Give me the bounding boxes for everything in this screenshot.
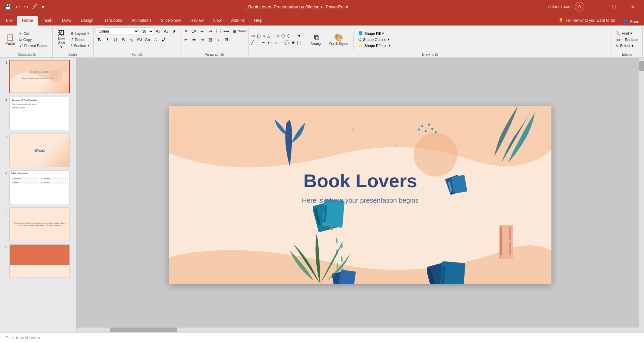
drawing-expand-icon[interactable]: ⊡ <box>435 53 438 56</box>
strikethrough-button[interactable]: S <box>120 36 127 43</box>
slide-thumb-3[interactable]: 3 Whoa! <box>1 133 75 168</box>
tab-design[interactable]: Design <box>76 16 98 26</box>
align-text-button[interactable]: ⊞ <box>231 28 238 35</box>
shape-connector[interactable]: ⟵ <box>267 40 274 46</box>
arrange-button[interactable]: ⧉ Arrange <box>308 30 325 50</box>
shape-pentagon[interactable]: ⬠ <box>281 33 285 39</box>
columns-button[interactable]: ⋮⋮ <box>215 28 222 35</box>
slide-thumb-5[interactable]: 5 "This is a quote. Words full of wisdom… <box>1 207 75 242</box>
shape-outline-button[interactable]: ⬡ Shape Outline ▾ <box>356 37 392 42</box>
tab-draw[interactable]: Draw <box>57 16 76 26</box>
shape-callout[interactable]: 💬 <box>284 40 290 46</box>
convert-smartart-button[interactable]: SmArt <box>239 28 246 35</box>
reset-button[interactable]: ↺ Reset <box>69 37 91 42</box>
shape-freeform[interactable]: 〜 <box>261 39 266 46</box>
shape-arc[interactable]: ⌒ <box>255 39 260 46</box>
redo-button[interactable]: ↪ <box>22 2 30 11</box>
clipboard-expand-icon[interactable]: ⊡ <box>33 53 36 56</box>
slide-thumb-2[interactable]: 2 Contents of This Template Here you can… <box>1 96 75 131</box>
tab-home[interactable]: Home <box>17 16 38 26</box>
h-scrollbar-thumb[interactable] <box>110 328 177 332</box>
shapes-more[interactable]: ▾ <box>298 33 301 39</box>
font-family-select[interactable]: Calibri <box>96 28 139 35</box>
bold-button[interactable]: B <box>96 36 103 43</box>
find-button[interactable]: 🔍 Find ▾ <box>613 31 640 36</box>
share-label[interactable]: Share <box>630 19 641 24</box>
shape-elbow[interactable]: ⌐ <box>275 40 278 46</box>
close-button[interactable]: ✕ <box>625 0 641 13</box>
slide-thumb-6[interactable]: 6 <box>1 244 75 279</box>
slide-thumb-4[interactable]: 4 Table of Contents 01 Introduction 02 P… <box>1 170 75 205</box>
qa-dropdown-button[interactable]: ▾ <box>40 2 46 11</box>
qa-customize-button[interactable]: 🖊 <box>31 2 39 11</box>
cut-button[interactable]: ✂ Cut <box>17 31 50 37</box>
shape-line[interactable]: ╱ <box>251 40 254 46</box>
bullets-button[interactable]: ≡ <box>182 28 190 35</box>
select-button[interactable]: ↖ Select ▾ <box>613 43 640 49</box>
layout-button[interactable]: ⊞ Layout ▾ <box>69 31 91 36</box>
shape-rounded-rect[interactable]: ▢ <box>256 33 261 39</box>
shape-rect[interactable]: ▭ <box>251 33 256 39</box>
slide-thumb-1[interactable]: 1 Book Lovers Here is where your present… <box>1 59 75 94</box>
clear-format-button[interactable]: ✗ <box>171 28 178 35</box>
italic-button[interactable]: I <box>104 36 111 43</box>
font-expand-icon[interactable]: ⊡ <box>139 53 142 56</box>
align-left-button[interactable]: ⇤ <box>182 36 190 43</box>
tab-slideshow[interactable]: Slide Show <box>156 16 186 26</box>
shape-curved[interactable]: ⌣ <box>279 40 283 46</box>
undo-button[interactable]: ↩ <box>14 2 21 11</box>
quick-styles-button[interactable]: 🎨 Quick Styles <box>327 30 351 50</box>
tab-animations[interactable]: Animations <box>127 16 156 26</box>
vertical-scrollbar[interactable] <box>639 58 644 332</box>
user-avatar[interactable]: D <box>575 2 584 11</box>
shape-hexagon[interactable]: ⬡ <box>286 33 291 39</box>
slide-panel[interactable]: 1 Book Lovers Here is where your present… <box>0 58 76 332</box>
shape-effects-button[interactable]: ✨ Shape Effects ▾ <box>356 43 392 48</box>
tab-addins[interactable]: Add-ins <box>226 16 250 26</box>
save-button[interactable]: 💾 <box>3 2 13 11</box>
tab-help[interactable]: Help <box>250 16 267 26</box>
tab-view[interactable]: View <box>208 16 226 26</box>
shadow-button[interactable]: s <box>128 36 135 43</box>
section-button[interactable]: § Section ▾ <box>69 43 91 48</box>
replace-button[interactable]: ab→ Replace <box>613 37 640 42</box>
align-center-button[interactable]: ☰ <box>191 36 198 43</box>
numbering-button[interactable]: 1≡ <box>191 28 198 35</box>
horizontal-scrollbar[interactable] <box>76 328 639 332</box>
char-spacing-button[interactable]: AV <box>136 36 143 43</box>
tell-me-input[interactable]: 💡 Tell me what you want to do <box>554 17 619 24</box>
shape-rect2[interactable]: □ <box>271 33 275 39</box>
increase-font-button[interactable]: A↑ <box>155 28 162 35</box>
restore-button[interactable]: ❐ <box>606 0 622 13</box>
format-painter-button[interactable]: 🖌 Format Painter <box>17 43 50 48</box>
decrease-indent-button[interactable]: ⇤ <box>199 28 206 35</box>
shape-fill-button[interactable]: 🪣 Shape Fill ▾ <box>356 31 392 36</box>
shape-star[interactable]: ★ <box>291 40 296 46</box>
shape-arrow[interactable]: → <box>291 33 297 39</box>
font-color-button[interactable]: A <box>152 36 159 43</box>
new-slide-button[interactable]: 🖼 NewSlide ▾ <box>55 28 68 51</box>
shape-bracket[interactable]: [ <box>300 40 302 46</box>
line-spacing-button[interactable]: ↕ <box>215 36 222 43</box>
font-size-select[interactable]: 18 <box>140 28 154 35</box>
align-right-button[interactable]: ⇥ <box>199 36 206 43</box>
tab-file[interactable]: File <box>1 16 17 26</box>
justify-button[interactable]: ▤ <box>207 36 214 43</box>
change-case-button[interactable]: Aa <box>144 36 151 43</box>
text-highlight-button[interactable]: 🖍 <box>160 36 167 43</box>
scrollbar-thumb[interactable] <box>639 61 644 71</box>
para-expand-icon[interactable]: ⊡ <box>221 53 224 56</box>
tab-review[interactable]: Review <box>186 16 208 26</box>
copy-button[interactable]: ⧉ Copy <box>17 37 50 43</box>
underline-button[interactable]: U <box>112 36 119 43</box>
shape-isosceles[interactable]: △ <box>266 33 271 39</box>
increase-indent-button[interactable]: ⇥ <box>207 28 214 35</box>
shape-brace[interactable]: { <box>297 40 299 46</box>
minimize-button[interactable]: ─ <box>588 0 603 13</box>
tab-transitions[interactable]: Transitions <box>98 16 127 26</box>
notes-bar[interactable]: Click to add notes <box>0 332 644 343</box>
shape-diamond[interactable]: ◇ <box>276 33 280 39</box>
text-direction-button[interactable]: ⟷ <box>223 28 230 35</box>
para-expand-btn[interactable]: ⊡ <box>223 36 230 43</box>
paste-button[interactable]: 📋 Paste <box>3 30 17 50</box>
